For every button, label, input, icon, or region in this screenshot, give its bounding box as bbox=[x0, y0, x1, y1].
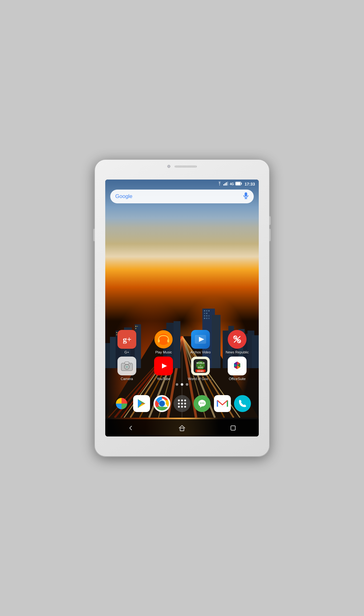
svg-rect-54 bbox=[223, 184, 224, 185]
app-playmusic[interactable]: Play Music bbox=[150, 330, 177, 354]
officesuite-icon bbox=[228, 357, 247, 375]
svg-rect-79 bbox=[125, 362, 129, 364]
dock-phone[interactable] bbox=[234, 395, 251, 412]
svg-rect-24 bbox=[206, 315, 207, 316]
tablet-top-hardware bbox=[167, 165, 197, 168]
newsrepublic-icon bbox=[228, 330, 247, 349]
svg-text:g+: g+ bbox=[123, 335, 132, 344]
svg-point-100 bbox=[184, 403, 186, 405]
svg-rect-60 bbox=[241, 183, 242, 185]
app-grid: g+ G+ bbox=[105, 330, 259, 383]
status-icons: 4G 17:33 bbox=[217, 181, 255, 186]
archosvideo-icon bbox=[191, 330, 210, 349]
page-dot-3[interactable] bbox=[186, 383, 188, 386]
app-worldofgoo[interactable]: WORLD of GOO DEMO World of Goo De bbox=[187, 357, 214, 381]
svg-rect-23 bbox=[204, 315, 205, 316]
svg-point-103 bbox=[184, 406, 186, 408]
battery-icon bbox=[235, 182, 242, 186]
dock-chrome[interactable] bbox=[153, 395, 170, 412]
nav-back-button[interactable] bbox=[124, 421, 138, 435]
photos-icon bbox=[113, 395, 130, 412]
nav-recents-button[interactable] bbox=[226, 421, 240, 435]
time-display: 17:33 bbox=[245, 182, 255, 186]
svg-rect-104 bbox=[200, 403, 201, 404]
app-officesuite[interactable]: OfficeSuite bbox=[223, 357, 251, 381]
svg-rect-110 bbox=[231, 426, 235, 430]
svg-rect-61 bbox=[245, 192, 247, 196]
page-dot-1[interactable] bbox=[176, 383, 178, 386]
dock-gmail[interactable] bbox=[214, 395, 231, 412]
worldofgoo-icon: WORLD of GOO DEMO bbox=[191, 357, 210, 375]
phone-icon bbox=[234, 395, 251, 412]
camera-label: Camera bbox=[121, 377, 133, 381]
page-dot-2[interactable] bbox=[181, 383, 183, 386]
svg-point-94 bbox=[159, 401, 164, 406]
archosvideo-label: Archos Video bbox=[190, 350, 211, 354]
camera-icon bbox=[117, 357, 136, 375]
svg-rect-11 bbox=[137, 326, 138, 327]
svg-point-53 bbox=[219, 185, 220, 186]
worldofgoo-label: World of Goo De bbox=[188, 377, 213, 381]
network-type: 4G bbox=[230, 182, 234, 186]
svg-rect-26 bbox=[204, 318, 205, 319]
app-row-1: g+ G+ bbox=[108, 330, 256, 354]
nav-home-button[interactable] bbox=[175, 421, 189, 435]
dock-hangouts[interactable] bbox=[194, 395, 211, 412]
search-bar[interactable]: Google bbox=[110, 190, 254, 203]
screen: 4G 17:33 Google g+ bbox=[105, 180, 259, 436]
app-archosvideo[interactable]: Archos Video bbox=[187, 330, 214, 354]
gplus-icon: g+ bbox=[117, 330, 136, 349]
dock bbox=[105, 389, 259, 418]
svg-rect-12 bbox=[135, 328, 136, 329]
dock-photos[interactable] bbox=[113, 395, 130, 412]
newsrepublic-label: News Republic bbox=[226, 350, 249, 354]
svg-text:GOO: GOO bbox=[198, 366, 203, 368]
officesuite-label: OfficeSuite bbox=[229, 377, 246, 381]
svg-point-80 bbox=[130, 364, 131, 365]
svg-point-95 bbox=[178, 399, 180, 401]
status-bar: 4G 17:33 bbox=[105, 180, 259, 188]
svg-rect-109 bbox=[180, 428, 184, 431]
svg-point-99 bbox=[181, 403, 183, 405]
svg-rect-68 bbox=[167, 339, 169, 342]
app-newsrepublic[interactable]: News Republic bbox=[223, 330, 251, 354]
playmusic-label: Play Music bbox=[155, 350, 172, 354]
app-gplus[interactable]: g+ G+ bbox=[113, 330, 141, 354]
svg-rect-21 bbox=[204, 313, 205, 314]
dock-launcher[interactable] bbox=[174, 395, 190, 412]
gplus-label: G+ bbox=[124, 350, 129, 354]
svg-rect-106 bbox=[203, 403, 204, 404]
speaker bbox=[175, 165, 197, 168]
svg-rect-10 bbox=[135, 326, 136, 327]
dock-playstore[interactable] bbox=[133, 395, 150, 412]
signal-icon bbox=[223, 182, 228, 186]
gmail-icon bbox=[214, 395, 231, 412]
search-logo: Google bbox=[115, 193, 243, 200]
app-youtube[interactable]: YouTube bbox=[150, 357, 177, 381]
svg-rect-56 bbox=[226, 182, 227, 185]
mic-icon[interactable] bbox=[243, 192, 249, 201]
svg-point-97 bbox=[184, 399, 186, 401]
hangouts-icon bbox=[194, 395, 211, 412]
svg-rect-57 bbox=[227, 182, 228, 185]
svg-rect-25 bbox=[208, 315, 210, 316]
page-indicators bbox=[176, 383, 188, 386]
app-camera[interactable]: Camera bbox=[113, 357, 141, 381]
svg-point-96 bbox=[181, 399, 183, 401]
svg-point-101 bbox=[178, 406, 180, 408]
chrome-icon bbox=[153, 395, 170, 412]
svg-rect-105 bbox=[202, 403, 203, 404]
youtube-icon bbox=[154, 357, 173, 375]
svg-rect-19 bbox=[206, 310, 207, 311]
launcher-icon bbox=[174, 395, 190, 412]
youtube-label: YouTube bbox=[157, 377, 170, 381]
svg-rect-55 bbox=[225, 183, 226, 185]
power-button[interactable] bbox=[269, 216, 271, 225]
front-camera bbox=[167, 165, 170, 168]
svg-rect-18 bbox=[204, 310, 205, 311]
svg-rect-27 bbox=[206, 318, 207, 319]
svg-rect-28 bbox=[208, 318, 210, 319]
volume-button-right[interactable] bbox=[269, 229, 271, 241]
svg-point-102 bbox=[181, 406, 183, 408]
volume-button[interactable] bbox=[93, 229, 95, 241]
